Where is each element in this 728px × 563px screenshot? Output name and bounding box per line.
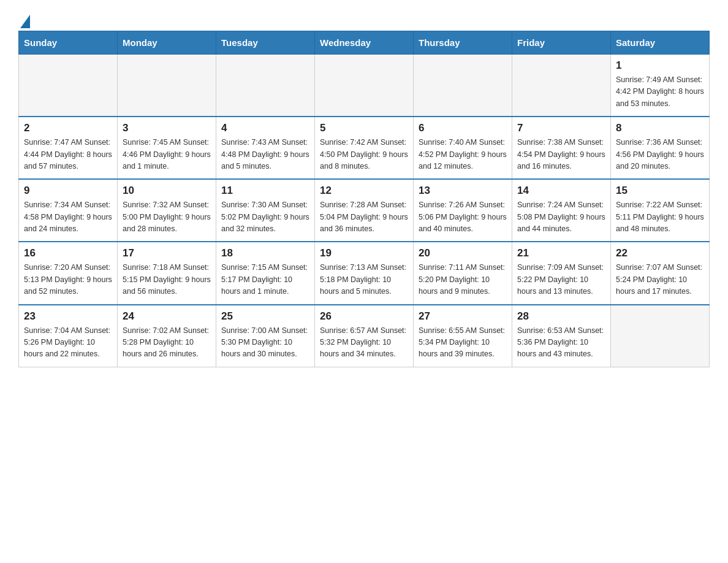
day-number: 24 bbox=[123, 310, 211, 323]
calendar-day-cell: 12Sunrise: 7:28 AM Sunset: 5:04 PM Dayli… bbox=[315, 179, 414, 242]
day-of-week-header: Sunday bbox=[19, 31, 118, 55]
calendar-day-cell: 16Sunrise: 7:20 AM Sunset: 5:13 PM Dayli… bbox=[19, 242, 118, 304]
day-info: Sunrise: 7:47 AM Sunset: 4:44 PM Dayligh… bbox=[24, 137, 112, 172]
day-info: Sunrise: 7:04 AM Sunset: 5:26 PM Dayligh… bbox=[24, 325, 112, 361]
day-number: 14 bbox=[517, 185, 605, 197]
day-number: 8 bbox=[616, 122, 704, 134]
calendar-day-cell: 19Sunrise: 7:13 AM Sunset: 5:18 PM Dayli… bbox=[315, 242, 414, 304]
logo bbox=[18, 12, 30, 25]
day-info: Sunrise: 7:42 AM Sunset: 4:50 PM Dayligh… bbox=[320, 137, 408, 172]
day-info: Sunrise: 7:49 AM Sunset: 4:42 PM Dayligh… bbox=[616, 74, 704, 110]
calendar-week-row: 2Sunrise: 7:47 AM Sunset: 4:44 PM Daylig… bbox=[19, 117, 710, 179]
calendar-day-cell: 17Sunrise: 7:18 AM Sunset: 5:15 PM Dayli… bbox=[118, 242, 216, 304]
calendar-day-cell: 26Sunrise: 6:57 AM Sunset: 5:32 PM Dayli… bbox=[315, 305, 414, 367]
calendar-day-cell: 23Sunrise: 7:04 AM Sunset: 5:26 PM Dayli… bbox=[19, 305, 118, 367]
calendar-week-row: 1Sunrise: 7:49 AM Sunset: 4:42 PM Daylig… bbox=[19, 55, 710, 117]
day-number: 9 bbox=[24, 185, 112, 197]
day-info: Sunrise: 7:45 AM Sunset: 4:46 PM Dayligh… bbox=[123, 137, 211, 172]
day-number: 25 bbox=[221, 310, 309, 323]
day-info: Sunrise: 7:28 AM Sunset: 5:04 PM Dayligh… bbox=[320, 199, 408, 235]
calendar-day-cell: 21Sunrise: 7:09 AM Sunset: 5:22 PM Dayli… bbox=[512, 242, 611, 304]
day-number: 21 bbox=[517, 247, 605, 259]
calendar-table: SundayMondayTuesdayWednesdayThursdayFrid… bbox=[18, 31, 710, 367]
calendar-day-cell: 8Sunrise: 7:36 AM Sunset: 4:56 PM Daylig… bbox=[611, 117, 710, 179]
calendar-day-cell: 22Sunrise: 7:07 AM Sunset: 5:24 PM Dayli… bbox=[611, 242, 710, 304]
day-info: Sunrise: 6:53 AM Sunset: 5:36 PM Dayligh… bbox=[517, 325, 605, 361]
day-info: Sunrise: 7:38 AM Sunset: 4:54 PM Dayligh… bbox=[517, 137, 605, 172]
day-number: 26 bbox=[320, 310, 408, 323]
day-number: 5 bbox=[320, 122, 408, 134]
day-of-week-header: Monday bbox=[118, 31, 216, 55]
day-info: Sunrise: 7:15 AM Sunset: 5:17 PM Dayligh… bbox=[221, 262, 309, 297]
day-info: Sunrise: 7:34 AM Sunset: 4:58 PM Dayligh… bbox=[24, 199, 112, 235]
day-number: 4 bbox=[221, 122, 309, 134]
day-info: Sunrise: 7:30 AM Sunset: 5:02 PM Dayligh… bbox=[221, 199, 309, 235]
calendar-day-cell bbox=[315, 55, 414, 117]
day-info: Sunrise: 7:18 AM Sunset: 5:15 PM Dayligh… bbox=[123, 262, 211, 297]
day-info: Sunrise: 7:43 AM Sunset: 4:48 PM Dayligh… bbox=[221, 137, 309, 172]
day-number: 17 bbox=[123, 247, 211, 259]
calendar-week-row: 9Sunrise: 7:34 AM Sunset: 4:58 PM Daylig… bbox=[19, 179, 710, 242]
calendar-day-cell: 27Sunrise: 6:55 AM Sunset: 5:34 PM Dayli… bbox=[414, 305, 512, 367]
day-info: Sunrise: 7:07 AM Sunset: 5:24 PM Dayligh… bbox=[616, 262, 704, 297]
day-number: 7 bbox=[517, 122, 605, 134]
calendar-day-cell: 11Sunrise: 7:30 AM Sunset: 5:02 PM Dayli… bbox=[216, 179, 315, 242]
day-number: 15 bbox=[616, 185, 704, 197]
calendar-day-cell bbox=[414, 55, 512, 117]
calendar-day-cell: 6Sunrise: 7:40 AM Sunset: 4:52 PM Daylig… bbox=[414, 117, 512, 179]
day-info: Sunrise: 7:00 AM Sunset: 5:30 PM Dayligh… bbox=[221, 325, 309, 361]
page-header bbox=[18, 12, 710, 25]
calendar-day-cell bbox=[118, 55, 216, 117]
calendar-day-cell: 4Sunrise: 7:43 AM Sunset: 4:48 PM Daylig… bbox=[216, 117, 315, 179]
day-number: 28 bbox=[517, 310, 605, 323]
day-number: 6 bbox=[419, 122, 507, 134]
day-info: Sunrise: 7:02 AM Sunset: 5:28 PM Dayligh… bbox=[123, 325, 211, 361]
calendar-day-cell bbox=[19, 55, 118, 117]
day-info: Sunrise: 7:24 AM Sunset: 5:08 PM Dayligh… bbox=[517, 199, 605, 235]
day-info: Sunrise: 7:32 AM Sunset: 5:00 PM Dayligh… bbox=[123, 199, 211, 235]
calendar-day-cell: 13Sunrise: 7:26 AM Sunset: 5:06 PM Dayli… bbox=[414, 179, 512, 242]
day-of-week-header: Friday bbox=[512, 31, 611, 55]
day-info: Sunrise: 7:22 AM Sunset: 5:11 PM Dayligh… bbox=[616, 199, 704, 235]
day-number: 19 bbox=[320, 247, 408, 259]
day-number: 18 bbox=[221, 247, 309, 259]
calendar-day-cell: 5Sunrise: 7:42 AM Sunset: 4:50 PM Daylig… bbox=[315, 117, 414, 179]
calendar-day-cell bbox=[512, 55, 611, 117]
calendar-day-cell: 9Sunrise: 7:34 AM Sunset: 4:58 PM Daylig… bbox=[19, 179, 118, 242]
day-number: 12 bbox=[320, 185, 408, 197]
calendar-week-row: 23Sunrise: 7:04 AM Sunset: 5:26 PM Dayli… bbox=[19, 305, 710, 367]
day-of-week-header: Tuesday bbox=[216, 31, 315, 55]
day-of-week-header: Saturday bbox=[611, 31, 710, 55]
day-number: 20 bbox=[419, 247, 507, 259]
day-number: 16 bbox=[24, 247, 112, 259]
calendar-day-cell: 28Sunrise: 6:53 AM Sunset: 5:36 PM Dayli… bbox=[512, 305, 611, 367]
day-info: Sunrise: 7:26 AM Sunset: 5:06 PM Dayligh… bbox=[419, 199, 507, 235]
calendar-day-cell: 24Sunrise: 7:02 AM Sunset: 5:28 PM Dayli… bbox=[118, 305, 216, 367]
calendar-day-cell: 3Sunrise: 7:45 AM Sunset: 4:46 PM Daylig… bbox=[118, 117, 216, 179]
day-number: 13 bbox=[419, 185, 507, 197]
calendar-day-cell: 1Sunrise: 7:49 AM Sunset: 4:42 PM Daylig… bbox=[611, 55, 710, 117]
calendar-day-cell: 25Sunrise: 7:00 AM Sunset: 5:30 PM Dayli… bbox=[216, 305, 315, 367]
day-number: 27 bbox=[419, 310, 507, 323]
day-number: 22 bbox=[616, 247, 704, 259]
day-info: Sunrise: 7:20 AM Sunset: 5:13 PM Dayligh… bbox=[24, 262, 112, 297]
calendar-day-cell: 7Sunrise: 7:38 AM Sunset: 4:54 PM Daylig… bbox=[512, 117, 611, 179]
calendar-day-cell: 14Sunrise: 7:24 AM Sunset: 5:08 PM Dayli… bbox=[512, 179, 611, 242]
calendar-day-cell: 15Sunrise: 7:22 AM Sunset: 5:11 PM Dayli… bbox=[611, 179, 710, 242]
day-of-week-header: Wednesday bbox=[315, 31, 414, 55]
day-info: Sunrise: 6:57 AM Sunset: 5:32 PM Dayligh… bbox=[320, 325, 408, 361]
day-of-week-header: Thursday bbox=[414, 31, 512, 55]
calendar-header-row: SundayMondayTuesdayWednesdayThursdayFrid… bbox=[19, 31, 710, 55]
day-info: Sunrise: 6:55 AM Sunset: 5:34 PM Dayligh… bbox=[419, 325, 507, 361]
day-info: Sunrise: 7:09 AM Sunset: 5:22 PM Dayligh… bbox=[517, 262, 605, 297]
day-info: Sunrise: 7:11 AM Sunset: 5:20 PM Dayligh… bbox=[419, 262, 507, 297]
calendar-day-cell: 20Sunrise: 7:11 AM Sunset: 5:20 PM Dayli… bbox=[414, 242, 512, 304]
day-number: 10 bbox=[123, 185, 211, 197]
logo-triangle-icon bbox=[20, 15, 30, 28]
day-info: Sunrise: 7:13 AM Sunset: 5:18 PM Dayligh… bbox=[320, 262, 408, 297]
calendar-day-cell: 2Sunrise: 7:47 AM Sunset: 4:44 PM Daylig… bbox=[19, 117, 118, 179]
calendar-day-cell bbox=[216, 55, 315, 117]
calendar-week-row: 16Sunrise: 7:20 AM Sunset: 5:13 PM Dayli… bbox=[19, 242, 710, 304]
day-info: Sunrise: 7:40 AM Sunset: 4:52 PM Dayligh… bbox=[419, 137, 507, 172]
day-number: 2 bbox=[24, 122, 112, 134]
